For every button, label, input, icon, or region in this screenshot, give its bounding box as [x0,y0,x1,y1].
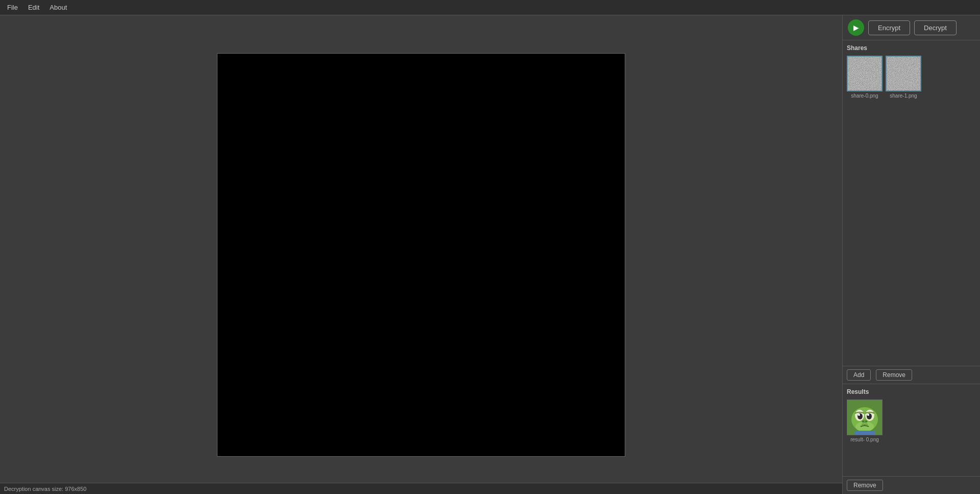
play-icon: ▶ [853,23,859,32]
share-thumb-1 [886,56,921,91]
menu-edit[interactable]: Edit [23,2,44,13]
shares-actions: Add Remove [843,366,980,384]
play-button[interactable]: ▶ [848,19,864,36]
right-panel: ▶ Encrypt Decrypt Shares [842,15,980,494]
add-share-button[interactable]: Add [847,369,871,381]
decrypt-button[interactable]: Decrypt [914,20,957,35]
shares-grid: share-0.png share-1. [847,56,976,99]
share-thumb-0 [847,56,883,91]
svg-rect-16 [854,431,875,435]
results-grid: result- 0.png [847,399,976,442]
svg-point-14 [862,420,864,422]
results-label: Results [847,388,976,395]
main-canvas [217,53,625,457]
svg-point-15 [865,420,867,422]
result-thumb-0 [847,399,883,435]
controller-bar: ▶ Encrypt Decrypt [843,15,980,40]
bottom-remove-section: Remove [843,476,980,494]
status-text: Decryption canvas size: 976x850 [4,486,86,492]
menu-file[interactable]: File [2,2,23,13]
remove-result-button[interactable]: Remove [847,480,883,491]
main-layout: Decryption canvas size: 976x850 ▶ Encryp… [0,15,980,494]
menu-bar: File Edit About [0,0,980,15]
pepe-image [847,400,882,435]
svg-rect-1 [848,57,883,91]
shares-section: Shares share-0.png [843,40,980,366]
shares-label: Shares [847,44,976,52]
share-item-1[interactable]: share-1.png [886,56,921,99]
svg-rect-3 [887,57,921,91]
svg-point-11 [858,414,860,416]
result-item-0[interactable]: result- 0.png [847,399,883,442]
result-name-0: result- 0.png [850,437,879,442]
status-bar: Decryption canvas size: 976x850 [0,483,842,494]
share-name-0: share-0.png [851,93,878,99]
share-item-0[interactable]: share-0.png [847,56,883,99]
share-noise-1 [887,57,921,91]
canvas-area: Decryption canvas size: 976x850 [0,15,842,494]
share-name-1: share-1.png [890,93,917,99]
remove-share-button[interactable]: Remove [876,369,912,381]
svg-point-12 [867,414,869,416]
encrypt-button[interactable]: Encrypt [868,20,910,35]
menu-about[interactable]: About [44,2,72,13]
share-noise-0 [848,57,883,91]
results-section: Results [843,384,980,476]
